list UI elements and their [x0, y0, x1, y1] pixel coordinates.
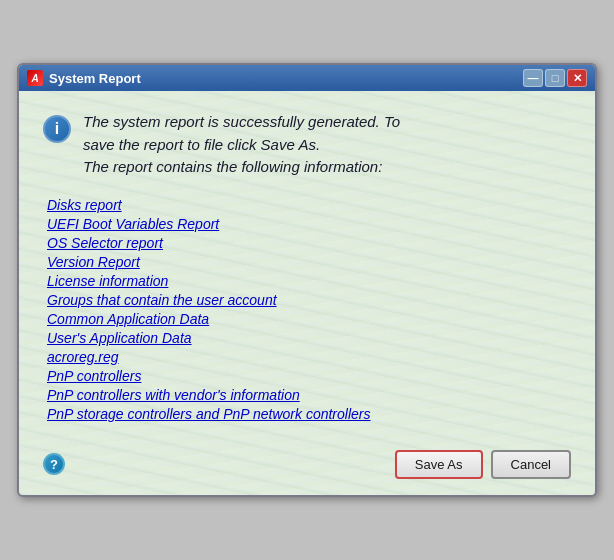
link-groups-user[interactable]: Groups that contain the user account — [47, 292, 571, 308]
app-icon: A — [27, 70, 43, 86]
minimize-button[interactable]: — — [523, 69, 543, 87]
message-line1: The system report is successfully genera… — [83, 113, 400, 130]
help-icon[interactable]: ? — [43, 453, 65, 475]
message-area: i The system report is successfully gene… — [43, 111, 571, 179]
title-bar: A System Report — □ ✕ — [19, 65, 595, 91]
link-pnp-controllers-vendor[interactable]: PnP controllers with vendor's informatio… — [47, 387, 571, 403]
title-bar-controls: — □ ✕ — [523, 69, 587, 87]
link-common-app-data[interactable]: Common Application Data — [47, 311, 571, 327]
save-as-button[interactable]: Save As — [395, 450, 483, 479]
maximize-button[interactable]: □ — [545, 69, 565, 87]
link-pnp-controllers[interactable]: PnP controllers — [47, 368, 571, 384]
footer: ? Save As Cancel — [43, 442, 571, 479]
message-line2: save the report to file click Save As. — [83, 136, 320, 153]
link-os-selector[interactable]: OS Selector report — [47, 235, 571, 251]
message-line3: The report contains the following inform… — [83, 158, 382, 175]
window-title: System Report — [49, 71, 141, 86]
link-disks-report[interactable]: Disks report — [47, 197, 571, 213]
link-uefi-boot[interactable]: UEFI Boot Variables Report — [47, 216, 571, 232]
link-license-info[interactable]: License information — [47, 273, 571, 289]
links-list: Disks report UEFI Boot Variables Report … — [47, 197, 571, 422]
close-button[interactable]: ✕ — [567, 69, 587, 87]
content-area: i The system report is successfully gene… — [19, 91, 595, 495]
link-users-app-data[interactable]: User's Application Data — [47, 330, 571, 346]
title-bar-left: A System Report — [27, 70, 141, 86]
link-version-report[interactable]: Version Report — [47, 254, 571, 270]
cancel-button[interactable]: Cancel — [491, 450, 571, 479]
system-report-window: A System Report — □ ✕ i The system repor… — [17, 63, 597, 497]
message-text: The system report is successfully genera… — [83, 111, 400, 179]
link-pnp-storage-controllers[interactable]: PnP storage controllers and PnP network … — [47, 406, 571, 422]
link-acroreg[interactable]: acroreg.reg — [47, 349, 571, 365]
info-icon: i — [43, 115, 71, 143]
footer-buttons: Save As Cancel — [395, 450, 571, 479]
